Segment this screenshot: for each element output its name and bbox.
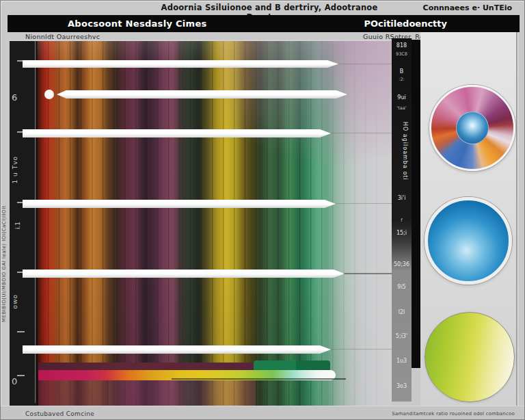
right-tick-label: 1u3: [392, 358, 412, 364]
right-tick-label: 818: [392, 43, 412, 49]
yellow-green-ball-swatch: [425, 312, 515, 402]
right-tick-label: 9i5: [392, 285, 412, 290]
marker-bar-2: [57, 90, 347, 99]
y-tick-label: owo: [12, 294, 18, 309]
right-scale-strip: 818 93C8 B :2: 9ui 'taa' HO agiloamba ot…: [392, 38, 412, 402]
header-bar-right-label: POcitiledoenctty: [364, 18, 447, 29]
right-tick-label: B: [392, 69, 412, 75]
y-tick-label: i.1: [15, 222, 21, 229]
right-tick-label: l2l: [392, 310, 412, 315]
panel-edge-line: [516, 32, 517, 406]
right-scale-axis-label: HO agiloamba oti: [402, 122, 407, 204]
y-axis-title: MEBIBIO(UI/MBOIO GAI leale) IOI(CaCI)IIO…: [1, 173, 7, 322]
header-black-bar: Abocsoont Nesdasly Cimes POcitiledoenctt…: [8, 15, 520, 32]
y-tick-mark: [17, 375, 25, 376]
y-tick-label: 6: [12, 93, 17, 102]
disc-center-sphere: [456, 111, 489, 144]
y-tick-label: 1 u Tvo: [12, 156, 18, 183]
dark-underline: [172, 378, 346, 380]
spectrum-plot-area: 6 1 u Tvo i.1 owo 0: [10, 40, 392, 406]
gridline-extension: [331, 133, 392, 133]
gridline-extension: [338, 64, 392, 64]
y-tick-mark: [17, 331, 25, 332]
header-bar-left-label: Abocsoont Nesdasly Cimes: [68, 18, 207, 29]
marker-bar-3: [23, 129, 331, 137]
gridline-extension: [331, 349, 392, 350]
right-tick-label: 3i'i: [392, 196, 412, 201]
right-tick-label: 9ui: [392, 95, 412, 101]
marker-bar-5: [23, 270, 345, 278]
right-tick-label: 5;i3': [392, 334, 412, 339]
right-tick-label: 50;36: [392, 262, 412, 267]
right-tick-label: :2:: [392, 77, 412, 82]
footer-left-caption: Costubaved Comcine: [25, 410, 94, 417]
footer-right-caption: Samanditamtcek ratio rouoined odol comba…: [392, 411, 515, 417]
right-black-bar: [412, 40, 420, 368]
right-tick-label: 15;i: [392, 231, 412, 236]
right-tick-label: 'taa': [392, 106, 412, 111]
marker-bar-1: [23, 60, 338, 68]
right-tick-label: 93C8: [392, 52, 412, 57]
header-corner-text: Connnaees e· UnTEio: [423, 3, 512, 12]
gridline-extension: [342, 273, 392, 274]
bottom-pink-overlay: [38, 379, 256, 406]
marker-bar-6: [23, 345, 331, 354]
right-tick-label: 3o3: [392, 384, 412, 389]
blue-sphere-swatch: [425, 197, 512, 285]
rainbow-disc-swatch: [429, 85, 515, 171]
footer-bar: Costubaved Comcine Samanditamtcek ratio …: [1, 406, 524, 420]
marker-dot: [44, 90, 54, 99]
y-tick-label: 0: [12, 377, 17, 386]
right-tick-label: f: [392, 218, 412, 223]
gridline-extension: [336, 203, 392, 204]
figure-panel: Adoornia Ssiluionoe and B dertriry, Adoo…: [0, 0, 525, 420]
marker-bar-4: [23, 200, 336, 208]
